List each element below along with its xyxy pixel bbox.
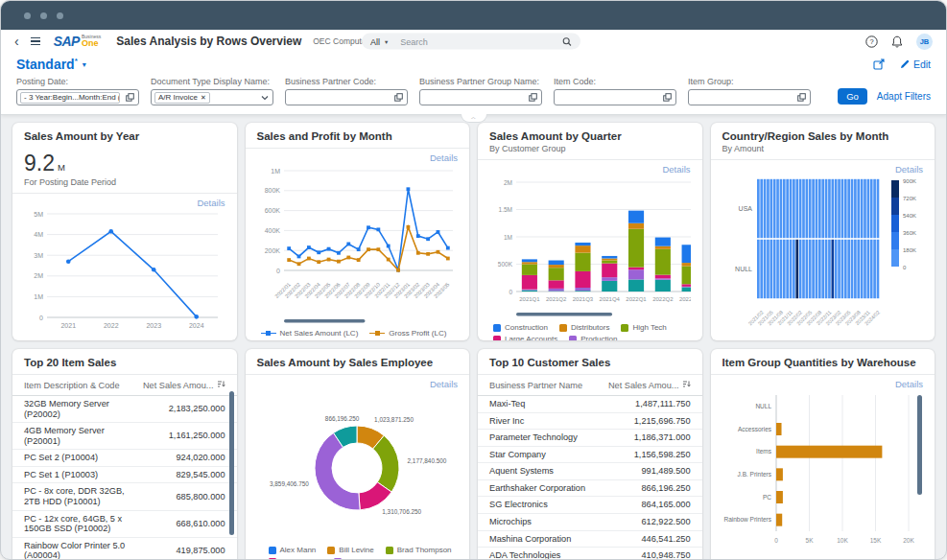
legend-swatch-icon [386, 547, 393, 554]
table-header: Item Description & CodeNet Sales Amou... [12, 374, 237, 396]
chart-scrollbar[interactable] [516, 313, 612, 316]
value-help-icon[interactable] [394, 93, 403, 102]
legend-item[interactable]: Brad Thompson [386, 546, 452, 554]
card-subtitle: By Amount [722, 144, 924, 153]
column-header[interactable]: Business Partner Name [489, 381, 607, 390]
legend-item[interactable]: High Tech [621, 323, 666, 332]
chevron-down-icon[interactable] [261, 95, 269, 101]
search-icon[interactable] [562, 36, 572, 46]
filter-input[interactable]: - 3 Year:Begin...Month:End (1/1/2021...✕ [16, 89, 139, 105]
filter-input[interactable]: A/R Invoice✕ [151, 89, 273, 105]
filter-input[interactable] [688, 89, 811, 105]
table-row[interactable]: Earthshaker Corporation866,196.250 [478, 480, 702, 498]
chevron-down-icon[interactable]: ▾ [83, 60, 86, 69]
filter-field: Item Code: [554, 77, 676, 105]
value-help-icon[interactable] [126, 93, 134, 102]
svg-text:5M: 5M [34, 211, 43, 218]
details-link[interactable]: Details [721, 161, 926, 175]
month-sales-profit-line-chart: 0200K400K600K800K1M2022/012022/022022/03… [255, 163, 461, 328]
table-row[interactable]: Maxi-Teq1,487,111.750 [478, 396, 702, 413]
kpi-value: 9.2M [24, 151, 225, 176]
card-title: Sales Amount by Year [24, 130, 225, 142]
chart-scrollbar[interactable] [917, 395, 922, 495]
go-button[interactable]: Go [838, 88, 867, 105]
column-header[interactable]: Item Description & Code [24, 381, 142, 390]
window-control-icon[interactable] [24, 12, 31, 19]
details-link[interactable]: Details [721, 376, 926, 389]
legend-item[interactable]: Production [569, 335, 617, 340]
table-row[interactable]: SG Electronics864,165.000 [478, 497, 702, 514]
svg-text:800K: 800K [264, 187, 280, 194]
legend-item[interactable]: Large Accounts [493, 335, 557, 340]
legend-swatch-icon [621, 324, 628, 332]
window-control-icon[interactable] [57, 12, 63, 19]
details-link[interactable]: Details [487, 161, 693, 175]
filter-input[interactable] [285, 89, 408, 105]
table-row[interactable]: PC - 8x core, DDR 32GB, 2TB HDD (P10001)… [12, 483, 237, 510]
card-top-20-item-sales: Top 20 Item Sales Item Description & Cod… [12, 349, 237, 560]
edit-button[interactable]: Edit [900, 58, 931, 70]
column-header[interactable]: Net Sales Amou... [607, 380, 691, 390]
back-icon[interactable]: ‹ [14, 35, 19, 48]
legend-item[interactable]: Net Sales Amount (LC) [261, 329, 359, 338]
search-scope-select[interactable]: All [370, 36, 380, 46]
svg-text:1,023,871.250: 1,023,871.250 [374, 416, 414, 423]
menu-icon[interactable] [31, 37, 40, 45]
table-row[interactable]: Parameter Technology1,186,371.000 [478, 430, 702, 447]
svg-text:2022Q2: 2022Q2 [652, 296, 674, 302]
column-header[interactable]: Net Sales Amou... [142, 380, 225, 390]
legend-item[interactable]: Bill Levine [327, 546, 373, 554]
svg-text:Items: Items [756, 448, 772, 455]
filter-token[interactable]: A/R Invoice✕ [154, 92, 210, 104]
chart-scrollbar[interactable] [284, 319, 365, 323]
filter-token[interactable]: - 3 Year:Begin...Month:End (1/1/2021...✕ [20, 92, 120, 104]
sort-descending-icon [682, 380, 691, 390]
share-icon[interactable] [873, 58, 885, 70]
table-row[interactable]: Star Company1,156,598.250 [478, 447, 702, 464]
svg-text:2M: 2M [504, 179, 512, 186]
legend-item[interactable]: Gross Profit (LC) [369, 329, 446, 338]
details-link[interactable]: Details [22, 195, 227, 208]
card-sales-by-employee: Sales Amount by Sales Employee Details 1… [246, 349, 470, 560]
legend-item[interactable]: Alex Mann [269, 546, 317, 554]
legend-item[interactable]: Construction [493, 323, 548, 332]
details-link[interactable]: Details [255, 376, 461, 389]
adapt-filters-link[interactable]: Adapt Filters [877, 91, 931, 102]
filter-input[interactable] [419, 89, 542, 105]
legend-item[interactable]: Distributors [559, 323, 609, 332]
details-link[interactable]: Details [255, 150, 461, 163]
svg-text:1M: 1M [34, 293, 43, 300]
svg-text:0: 0 [276, 268, 280, 274]
global-search-input[interactable]: All ▾ Search [362, 34, 580, 50]
table-row[interactable]: Microchips612,922.500 [478, 514, 702, 531]
table-row[interactable]: PC - 12x core, 64GB, 5 x 150GB SSD (P100… [12, 511, 237, 538]
card-title: Sales Amount by Sales Employee [257, 357, 459, 368]
filter-field: Business Partner Code: [285, 77, 408, 105]
chevron-down-icon[interactable]: ▾ [385, 37, 388, 45]
svg-text:0: 0 [903, 265, 907, 270]
table-row[interactable]: 4GB Memory Server (P20001)1,161,250.000 [12, 423, 237, 450]
value-help-icon[interactable] [529, 93, 537, 102]
notifications-bell-icon[interactable] [891, 35, 903, 48]
svg-text:1M: 1M [271, 168, 280, 175]
filter-input[interactable] [554, 89, 676, 105]
table-row[interactable]: Mashina Corporation446,541.250 [478, 531, 702, 548]
table-row[interactable]: Aquent Systems991,489.500 [478, 463, 702, 480]
svg-text:2024: 2024 [189, 322, 204, 329]
table-row[interactable]: PC Set 2 (P10004)924,020.000 [12, 450, 237, 467]
window-control-icon[interactable] [40, 12, 47, 19]
table-row[interactable]: River Inc1,215,696.750 [478, 413, 702, 431]
value-help-icon[interactable] [663, 93, 672, 102]
line-marker-icon [369, 330, 385, 338]
table-row[interactable]: Rainbow Color Printer 5.0 (A00004)419,87… [12, 538, 237, 560]
help-icon[interactable]: ? [865, 35, 878, 48]
table-row[interactable]: PC Set 1 (P10003)829,545.000 [12, 467, 237, 484]
variant-selector[interactable]: Standard* [16, 57, 78, 72]
table-scrollbar[interactable] [229, 391, 234, 535]
value-help-icon[interactable] [797, 93, 806, 102]
remove-token-icon[interactable]: ✕ [201, 94, 206, 102]
user-avatar[interactable]: JB [916, 34, 933, 50]
table-row[interactable]: 32GB Memory Server (P20002)2,183,250.000 [12, 396, 237, 423]
svg-text:2M: 2M [34, 272, 43, 279]
table-row[interactable]: ADA Technologies410,948.750 [478, 548, 702, 560]
